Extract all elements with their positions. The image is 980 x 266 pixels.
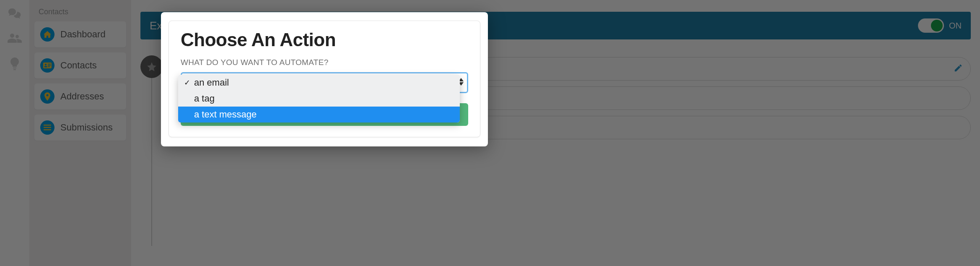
modal-title: Choose An Action <box>181 29 468 50</box>
dropdown-option-email[interactable]: an email <box>178 75 460 91</box>
dropdown-option-tag[interactable]: a tag <box>178 91 460 107</box>
option-label: a tag <box>194 93 215 104</box>
modal-backdrop[interactable] <box>0 0 980 266</box>
option-label: an email <box>194 77 229 88</box>
modal-panel: Choose An Action WHAT DO YOU WANT TO AUT… <box>169 21 480 137</box>
choose-action-modal: Choose An Action WHAT DO YOU WANT TO AUT… <box>161 12 488 146</box>
modal-subtitle: WHAT DO YOU WANT TO AUTOMATE? <box>181 58 468 67</box>
option-label: a text message <box>194 109 257 120</box>
dropdown-option-text-message[interactable]: a text message <box>178 107 460 123</box>
dropdown-list: an email a tag a text message <box>178 75 460 123</box>
action-select[interactable]: an email a tag a text message <box>181 72 468 93</box>
